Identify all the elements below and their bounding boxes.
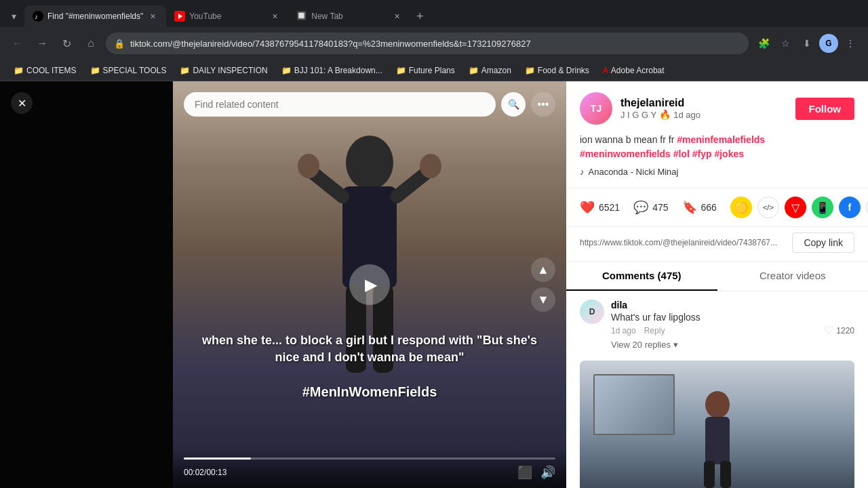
tiktok-tab-icon: ♪ — [33, 11, 43, 22]
hashtag-1[interactable]: #meninfemalefields — [677, 134, 765, 145]
search-icon: 🔍 — [508, 99, 519, 110]
tab-creator-videos[interactable]: Creator videos — [717, 262, 869, 291]
music-note-icon: ♪ — [580, 167, 585, 177]
folder-icon: 📁 — [281, 66, 292, 75]
video-player[interactable]: when she te... to block a girl but I res… — [173, 81, 566, 488]
share-code-button[interactable]: </> — [757, 197, 779, 218]
tab-youtube[interactable]: YouTube ✕ — [166, 5, 288, 27]
download-button[interactable]: ⬇ — [797, 34, 816, 53]
previous-video-button[interactable]: ▲ — [531, 258, 555, 282]
hashtag-3[interactable]: #lol — [673, 148, 690, 159]
search-overlay: 🔍 ••• — [184, 92, 555, 117]
hashtag-5[interactable]: #jokes — [714, 148, 744, 159]
main-content: ✕ 🔍 ••• — [0, 81, 868, 488]
share-whatsapp-button[interactable]: 📱 — [812, 197, 833, 218]
new-tab-button[interactable]: + — [410, 7, 429, 26]
bookmark-special-tools[interactable]: 📁 SPECIAL TOOLS — [85, 64, 172, 77]
bookmark-amazon[interactable]: 📁 Amazon — [463, 64, 517, 77]
comments-count: 475 — [652, 202, 668, 213]
bookmark-future-plans[interactable]: 📁 Future Plans — [391, 64, 460, 77]
url-display: tiktok.com/@thejelanireid/video/74387679… — [130, 39, 741, 49]
next-video-button[interactable]: ▼ — [531, 287, 555, 312]
view-replies-button[interactable]: View 20 replies ▾ — [611, 340, 854, 350]
svg-rect-15 — [720, 461, 731, 488]
comment-meta: 1d ago Reply ♡ 1220 — [611, 324, 854, 337]
link-display: https://www.tiktok.com/@thejelanireid/vi… — [580, 238, 787, 247]
tab-list-button[interactable]: ▾ — [5, 8, 22, 24]
lock-icon: 🔒 — [114, 39, 125, 49]
creator-username: thejelanireid — [620, 97, 701, 109]
share-facebook-button[interactable]: f — [839, 197, 861, 218]
volume-button[interactable]: 🔊 — [540, 465, 555, 480]
extensions-button[interactable]: 🧩 — [754, 34, 773, 53]
follow-button[interactable]: Follow — [795, 98, 855, 120]
newtab-close[interactable]: ✕ — [391, 11, 402, 22]
hashtag-4[interactable]: #fyp — [692, 148, 712, 159]
bookmark-button[interactable]: ☆ — [776, 34, 795, 53]
bookmark-food-drinks[interactable]: 📁 Food & Drinks — [519, 64, 595, 77]
reply-button[interactable]: Reply — [644, 326, 665, 336]
avatar: TJ — [580, 92, 612, 125]
forward-button[interactable]: → — [33, 34, 52, 53]
play-icon: ▶ — [365, 275, 377, 294]
folder-icon: 📁 — [396, 66, 406, 75]
back-button[interactable]: ← — [8, 34, 27, 53]
left-overlay: ✕ — [0, 81, 173, 488]
thumbnail-figure — [684, 388, 751, 488]
bookmark-daily-inspection[interactable]: 📁 DAILY INSPECTION — [174, 64, 273, 77]
caption-button[interactable]: ⬛ — [517, 465, 532, 480]
tab-bar: ▾ ♪ Find "#meninwomenfields" ✕ YouT — [0, 0, 868, 27]
tab-comments[interactable]: Comments (475) — [566, 262, 717, 291]
copy-link-button[interactable]: Copy link — [792, 232, 854, 253]
play-button[interactable]: ▶ — [349, 264, 390, 305]
newtab-icon: 🔲 — [296, 11, 307, 22]
creator-details: thejelanireid J I G G Y 🔥 1d ago — [620, 97, 701, 120]
likes-count: 6521 — [599, 202, 620, 213]
right-panel: TJ thejelanireid J I G G Y 🔥 1d ago Foll… — [566, 81, 868, 488]
more-button[interactable]: ••• — [531, 92, 555, 117]
tab-newtab[interactable]: 🔲 New Tab ✕ — [288, 5, 410, 27]
bookmarks-bar: 📁 COOL ITEMS 📁 SPECIAL TOOLS 📁 DAILY INS… — [0, 60, 868, 81]
reload-button[interactable]: ↻ — [57, 34, 76, 53]
share-icons: 🟡 </> ▽ 📱 f ↗ — [730, 197, 868, 218]
tiktok-tab-close[interactable]: ✕ — [147, 11, 158, 22]
find-related-input[interactable] — [184, 92, 496, 117]
bookmark-adobe[interactable]: A Adobe Acrobat — [597, 64, 670, 77]
red-icon: ▽ — [791, 201, 800, 214]
bookmark-icon: 🔖 — [682, 200, 697, 215]
search-button[interactable]: 🔍 — [501, 92, 526, 117]
comment-item: D dila What's ur fav lipgloss 1d ago Rep… — [580, 300, 854, 350]
url-bar[interactable]: 🔒 tiktok.com/@thejelanireid/video/743876… — [106, 33, 749, 54]
bookmark-bjj[interactable]: 📁 BJJ 101: A Breakdown... — [276, 64, 388, 77]
navigation-arrows: ▲ ▼ — [531, 258, 555, 312]
comments-stat: 💬 475 — [633, 200, 668, 215]
share-red-button[interactable]: ▽ — [785, 197, 806, 218]
folder-icon: 📁 — [469, 66, 479, 75]
profile-button[interactable]: G — [819, 34, 838, 53]
comment-like: ♡ 1220 — [824, 324, 854, 337]
comments-section: D dila What's ur fav lipgloss 1d ago Rep… — [566, 291, 868, 488]
heart-icon: ❤️ — [580, 200, 595, 215]
share-yellow-button[interactable]: 🟡 — [730, 197, 752, 218]
likes-stat: ❤️ 6521 — [580, 200, 620, 215]
hashtag-2[interactable]: #meninwomenfields — [580, 148, 671, 159]
close-button[interactable]: ✕ — [11, 92, 33, 114]
video-description: ion wanna b mean fr fr #meninfemalefield… — [580, 133, 854, 161]
comments-tabs: Comments (475) Creator videos — [566, 262, 868, 291]
commenter-username: dila — [611, 300, 854, 310]
secondary-video-thumbnail[interactable] — [580, 361, 854, 488]
chevron-down-icon: ▾ — [673, 340, 678, 350]
more-options-button[interactable]: ⋮ — [841, 34, 860, 53]
bookmark-cool-items[interactable]: 📁 COOL ITEMS — [8, 64, 82, 77]
creator-info: TJ thejelanireid J I G G Y 🔥 1d ago — [580, 92, 701, 125]
tab-tiktok[interactable]: ♪ Find "#meninwomenfields" ✕ — [24, 5, 166, 27]
home-button[interactable]: ⌂ — [81, 34, 100, 53]
comment-icon: 💬 — [633, 200, 648, 215]
youtube-tab-close[interactable]: ✕ — [269, 11, 280, 22]
code-icon: </> — [763, 203, 774, 211]
commenter-avatar: D — [580, 300, 604, 324]
like-icon[interactable]: ♡ — [824, 324, 833, 337]
progress-bar[interactable] — [184, 458, 555, 460]
copy-link-row: https://www.tiktok.com/@thejelanireid/vi… — [566, 227, 868, 262]
svg-text:♪: ♪ — [35, 13, 38, 20]
